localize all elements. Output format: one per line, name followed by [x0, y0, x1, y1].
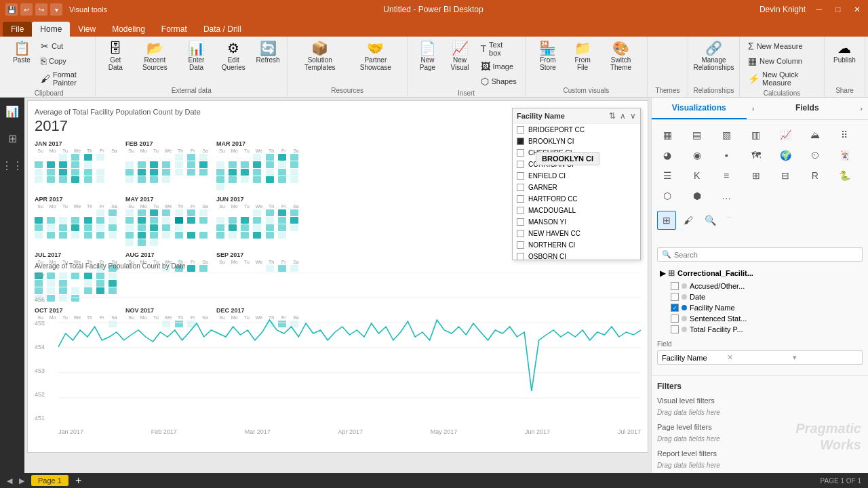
viz-gauge-icon[interactable]: ⏲	[805, 146, 825, 165]
cal-cell[interactable]	[84, 232, 92, 239]
cal-cell[interactable]	[241, 232, 249, 239]
paste-button[interactable]: 📋 Paste	[8, 39, 35, 66]
cal-cell[interactable]	[175, 176, 183, 183]
facility-item[interactable]: NEW HAVEN CC	[513, 228, 640, 239]
cal-cell[interactable]	[187, 217, 195, 224]
cal-cell[interactable]	[162, 176, 170, 183]
cal-cell[interactable]	[108, 161, 117, 168]
refresh-button[interactable]: 🔄 Refresh	[254, 39, 281, 66]
viz-analytics-icon[interactable]: 🔍	[701, 211, 719, 230]
image-button[interactable]: 🖼 Image	[478, 60, 519, 73]
cal-cell[interactable]	[96, 161, 104, 168]
cal-cell[interactable]	[266, 217, 274, 224]
cal-cell[interactable]	[162, 154, 170, 161]
shapes-button[interactable]: ⬡ Shapes	[478, 75, 519, 88]
recent-sources-button[interactable]: 📂 Recent Sources	[132, 39, 177, 73]
cal-cell[interactable]	[216, 176, 224, 183]
nav-data-icon[interactable]: ⊞	[4, 130, 20, 146]
from-file-button[interactable]: 📁 From File	[568, 39, 597, 73]
cal-cell[interactable]	[108, 169, 117, 176]
cal-cell[interactable]	[59, 169, 67, 176]
cal-cell[interactable]	[162, 169, 170, 176]
cal-cell[interactable]	[108, 176, 117, 183]
fields-panel-arrow[interactable]: ›	[854, 98, 868, 119]
cal-cell[interactable]	[96, 239, 104, 246]
cal-cell[interactable]	[84, 184, 92, 190]
facility-item[interactable]: MANSON YI	[513, 216, 640, 228]
cal-cell[interactable]	[216, 169, 224, 176]
cal-cell[interactable]	[47, 209, 55, 216]
cal-cell[interactable]	[96, 224, 104, 231]
cal-cell[interactable]	[187, 184, 195, 190]
facility-collapse-icon[interactable]: ∧	[620, 111, 626, 121]
field-item[interactable]: Date	[668, 291, 863, 302]
tab-visualizations[interactable]: Visualizations	[652, 98, 747, 119]
cal-cell[interactable]	[241, 209, 249, 216]
tab-modeling[interactable]: Modeling	[104, 22, 153, 37]
cal-cell[interactable]	[96, 184, 104, 190]
cal-cell[interactable]	[216, 209, 224, 216]
cal-cell[interactable]	[278, 169, 286, 176]
cal-cell[interactable]	[150, 224, 158, 231]
cal-cell[interactable]	[59, 217, 67, 224]
cal-cell[interactable]	[241, 184, 249, 190]
cal-cell[interactable]	[162, 161, 170, 168]
facility-sort-icon[interactable]: ⇅	[609, 111, 616, 121]
cal-cell[interactable]	[266, 184, 274, 190]
cal-cell[interactable]	[125, 209, 134, 216]
cal-cell[interactable]	[229, 217, 237, 224]
cal-cell[interactable]	[108, 184, 117, 190]
cal-cell[interactable]	[35, 224, 43, 231]
field-checkbox[interactable]: ✓	[671, 304, 679, 312]
cal-cell[interactable]	[96, 217, 104, 224]
cal-cell[interactable]	[216, 184, 224, 190]
new-page-button[interactable]: 📄 New Page	[413, 39, 441, 73]
viz-card-icon[interactable]: 🃏	[834, 146, 854, 165]
cal-cell[interactable]	[84, 209, 92, 216]
viz-custom1-icon[interactable]: ⬡	[657, 186, 677, 205]
cal-cell[interactable]	[150, 239, 158, 246]
viz-100pct-icon[interactable]: ▧	[716, 125, 736, 144]
cal-cell[interactable]	[125, 232, 134, 239]
cal-cell[interactable]	[150, 217, 158, 224]
cal-cell[interactable]	[199, 154, 208, 161]
viz-table-icon[interactable]: ⊞	[746, 166, 766, 185]
cal-cell[interactable]	[59, 239, 67, 246]
cal-cell[interactable]	[150, 161, 158, 168]
cal-cell[interactable]	[71, 184, 79, 190]
cal-cell[interactable]	[96, 169, 104, 176]
cal-cell[interactable]	[125, 184, 134, 190]
tab-format[interactable]: Format	[153, 22, 195, 37]
viz-slicer-icon[interactable]: ≡	[716, 166, 736, 185]
cal-cell[interactable]	[229, 154, 237, 161]
cal-cell[interactable]	[241, 217, 249, 224]
cal-cell[interactable]	[266, 154, 274, 161]
viz-field-icon[interactable]: ⊞	[657, 211, 676, 230]
cal-cell[interactable]	[175, 161, 183, 168]
cal-cell[interactable]	[47, 154, 55, 161]
cal-cell[interactable]	[138, 232, 146, 239]
close-button[interactable]: ✕	[852, 4, 863, 15]
field-dropdown-clear-icon[interactable]: ✕	[727, 353, 792, 362]
cal-cell[interactable]	[278, 176, 286, 183]
cal-cell[interactable]	[216, 217, 224, 224]
cal-cell[interactable]	[125, 217, 134, 224]
maximize-button[interactable]: □	[833, 4, 844, 15]
cal-cell[interactable]	[253, 169, 261, 176]
cal-cell[interactable]	[253, 209, 261, 216]
cal-cell[interactable]	[187, 209, 195, 216]
nav-model-icon[interactable]: ⋮⋮	[4, 157, 20, 174]
cal-cell[interactable]	[278, 217, 286, 224]
cal-cell[interactable]	[125, 169, 134, 176]
facility-item[interactable]: GARNER	[513, 182, 640, 193]
cal-cell[interactable]	[216, 154, 224, 161]
cal-cell[interactable]	[278, 154, 286, 161]
cal-cell[interactable]	[84, 154, 92, 161]
tab-home[interactable]: Home	[32, 22, 70, 37]
field-item[interactable]: Accused/Other...	[668, 281, 863, 291]
facility-item[interactable]: HARTFORD CC	[513, 193, 640, 205]
add-page-button[interactable]: +	[75, 475, 81, 486]
facility-item[interactable]: ✓BROOKLYN CI	[513, 136, 640, 147]
cut-button[interactable]: ✂ Cut	[38, 39, 90, 53]
cal-cell[interactable]	[229, 232, 237, 239]
